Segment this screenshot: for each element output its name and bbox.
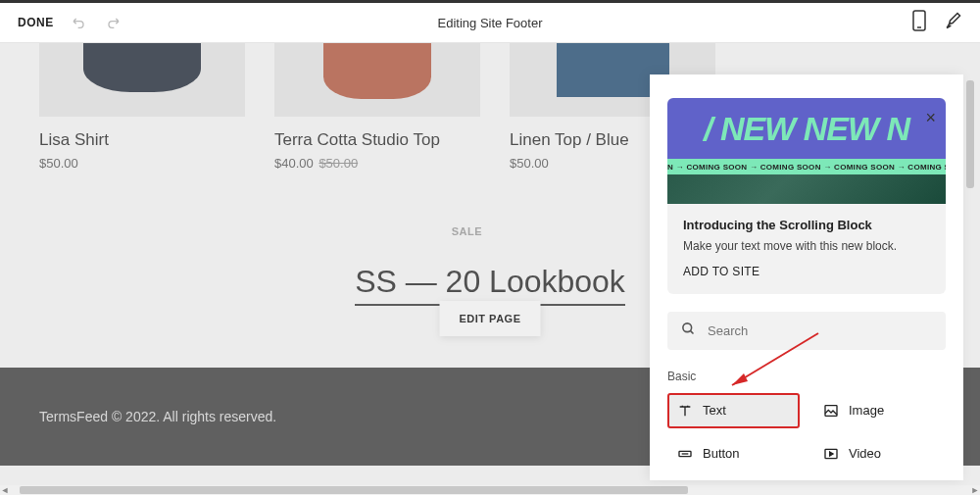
- block-form[interactable]: Form: [667, 479, 800, 480]
- block-video[interactable]: Video: [813, 436, 946, 471]
- close-icon[interactable]: ×: [925, 108, 936, 128]
- undo-button[interactable]: [72, 15, 87, 30]
- block-text[interactable]: Text: [667, 393, 800, 428]
- page-title: Editing Site Footer: [438, 16, 543, 30]
- block-label: Button: [703, 446, 740, 461]
- search-input[interactable]: [708, 323, 932, 338]
- block-image[interactable]: Image: [813, 393, 946, 428]
- product-name: Lisa Shirt: [39, 130, 245, 150]
- button-icon: [677, 446, 693, 462]
- block-label: Image: [849, 403, 884, 418]
- block-grid: Text Image Button Video Form Spacer: [667, 393, 946, 480]
- text-icon: [677, 403, 693, 419]
- mobile-preview-icon[interactable]: [911, 10, 927, 35]
- block-inserter-panel: × / NEW NEW N N → COMING SOON → COMING S…: [650, 74, 963, 480]
- promo-description: Make your text move with this new block.: [683, 238, 930, 255]
- product-price: $40.00 $50.00: [274, 156, 480, 171]
- promo-ticker: N → COMING SOON → COMING SOON → COMING S…: [667, 159, 946, 174]
- promo-title: Introducing the Scrolling Block: [683, 218, 930, 232]
- promo-image: [667, 174, 946, 204]
- product-image: [39, 43, 245, 117]
- product-image: [274, 43, 480, 117]
- block-button[interactable]: Button: [667, 436, 800, 471]
- svg-line-3: [690, 330, 693, 333]
- topbar: DONE Editing Site Footer: [0, 0, 980, 43]
- product-price: $50.00: [39, 156, 245, 171]
- block-label: Video: [849, 446, 881, 461]
- search-icon: [681, 322, 696, 340]
- panel-scrollbar[interactable]: [966, 74, 976, 480]
- horizontal-scrollbar[interactable]: ◄ ►: [0, 485, 980, 495]
- done-button[interactable]: DONE: [18, 16, 54, 29]
- block-spacer[interactable]: Spacer: [813, 479, 946, 480]
- section-label: Basic: [667, 370, 946, 383]
- product-name: Terra Cotta Studio Top: [274, 130, 480, 150]
- promo-add-button[interactable]: ADD TO SITE: [683, 265, 930, 278]
- footer-text: TermsFeed © 2022. All rights reserved.: [39, 409, 276, 424]
- product-card[interactable]: Terra Cotta Studio Top $40.00 $50.00 SAL…: [274, 43, 480, 171]
- search-box[interactable]: [667, 312, 946, 350]
- promo-card: × / NEW NEW N N → COMING SOON → COMING S…: [667, 98, 946, 294]
- edit-page-button[interactable]: EDIT PAGE: [440, 301, 541, 336]
- sale-badge: SALE: [452, 225, 482, 237]
- block-label: Text: [703, 403, 726, 418]
- redo-button[interactable]: [105, 15, 121, 30]
- promo-banner: / NEW NEW N: [667, 98, 946, 159]
- lookbook-heading: SS — 20 Lookbook: [355, 264, 625, 306]
- video-icon: [823, 446, 839, 462]
- paint-brush-icon[interactable]: [943, 11, 962, 34]
- product-card[interactable]: Lisa Shirt $50.00: [39, 43, 245, 171]
- svg-point-2: [683, 323, 692, 332]
- image-icon: [823, 403, 839, 419]
